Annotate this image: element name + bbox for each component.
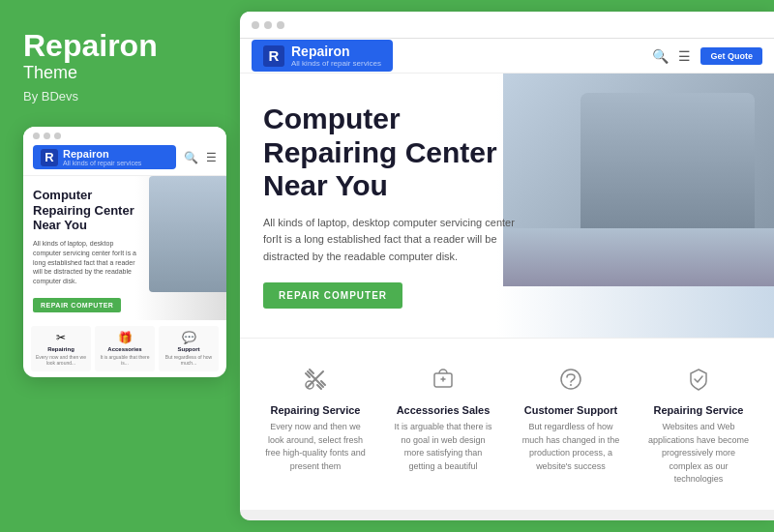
mobile-service-1-icon: ✂ (34, 331, 88, 344)
desktop-window-dots (252, 21, 284, 29)
mobile-nav: R Repairon All kinds of repair services … (23, 139, 226, 176)
mobile-logo-tagline: All kinds of repair services (63, 160, 141, 166)
desktop-logo-name-wrap: Repairon All kinds of repair services (291, 44, 381, 68)
desktop-dot-2 (264, 21, 272, 29)
dot-3 (54, 133, 61, 139)
mobile-hero-title: Computer Repairing Center Near You (33, 188, 139, 233)
dot-1 (33, 133, 40, 139)
mobile-logo-name: Repairon (63, 148, 141, 160)
desktop-service-1-title: Repairing Service (263, 404, 368, 416)
desktop-hero-desc: All kinds of laptop, desktop computer se… (263, 215, 524, 266)
mobile-service-1: ✂ Repairing Every now and then we look a… (31, 326, 91, 371)
desktop-repair-button[interactable]: REPAIR COMPUTER (263, 282, 402, 309)
desktop-logo-tagline: All kinds of repair services (291, 59, 381, 68)
svg-point-5 (570, 384, 572, 386)
desktop-service-3-title: Customer Support (519, 404, 623, 416)
mobile-hero-person (149, 176, 226, 292)
mobile-hero: Computer Repairing Center Near You All k… (23, 176, 226, 320)
mobile-service-3-icon: 💬 (162, 331, 216, 344)
desktop-search-icon[interactable]: 🔍 (652, 48, 669, 64)
mobile-service-3-title: Support (162, 346, 216, 352)
desktop-service-1-desc: Every now and then we look around, selec… (263, 421, 368, 473)
desktop-service-4-icon (681, 362, 716, 397)
desktop-nav: R Repairon All kinds of repair services … (240, 39, 774, 74)
desktop-hero-title: Computer Repairing Center Near You (263, 103, 534, 203)
mobile-topbar (23, 127, 226, 139)
mobile-service-2: 🎁 Accessories It is arguable that there … (95, 326, 155, 371)
desktop-browser: R Repairon All kinds of repair services … (240, 39, 774, 520)
mobile-hero-desc: All kinds of laptop, desktop computer se… (33, 239, 139, 286)
mobile-service-1-desc: Every now and then we look around... (34, 354, 88, 367)
desktop-services: Repairing Service Every now and then we … (240, 338, 774, 510)
mobile-service-2-title: Accessories (98, 346, 152, 352)
app-name: Repairon (23, 29, 217, 63)
desktop-quote-button[interactable]: Get Quote (700, 47, 762, 65)
mobile-service-3: 💬 Support But regardless of how much... (159, 326, 219, 371)
left-panel: Repairon Theme By BDevs R Repairon All k… (0, 0, 240, 532)
desktop-service-2: Accessories Sales It is arguable that th… (387, 354, 499, 494)
desktop-hero: Computer Repairing Center Near You All k… (240, 74, 774, 338)
desktop-dot-1 (252, 21, 259, 29)
desktop-service-4-title: Repairing Service (646, 404, 751, 416)
desktop-service-1-icon (298, 362, 333, 397)
desktop-menu-icon[interactable]: ☰ (678, 48, 691, 64)
desktop-service-2-icon (426, 362, 461, 397)
desktop-service-3: Customer Support But regardless of how m… (515, 354, 627, 494)
desktop-service-4: Repairing Service Websites and Web appli… (642, 354, 755, 494)
desktop-nav-right: 🔍 ☰ Get Quote (652, 47, 762, 65)
mobile-nav-icons: 🔍 ☰ (184, 151, 217, 164)
desktop-logo-name: Repairon (291, 44, 381, 59)
desktop-service-4-desc: Websites and Web applications have becom… (646, 421, 751, 487)
desktop-service-2-desc: It is arguable that there is no goal in … (391, 421, 495, 473)
app-author: By BDevs (23, 89, 217, 103)
mobile-logo-letter: R (41, 149, 58, 166)
desktop-logo-letter: R (263, 45, 284, 67)
mobile-logo-name-wrap: Repairon All kinds of repair services (63, 148, 141, 166)
mobile-service-3-desc: But regardless of how much... (162, 354, 216, 367)
mobile-repair-button[interactable]: REPAIR COMPUTER (33, 298, 121, 312)
desktop-preview: R Repairon All kinds of repair services … (240, 12, 774, 520)
app-subtitle: Theme (23, 63, 217, 83)
desktop-service-3-desc: But regardless of how much has changed i… (519, 421, 623, 473)
mobile-window-dots (33, 133, 61, 139)
desktop-service-3-icon (553, 362, 588, 397)
desk-element (503, 228, 774, 286)
desktop-logo: R Repairon All kinds of repair services (252, 40, 393, 72)
mobile-services: ✂ Repairing Every now and then we look a… (23, 320, 226, 377)
desktop-dot-3 (277, 21, 284, 29)
desktop-service-1: Repairing Service Every now and then we … (259, 354, 372, 494)
mobile-service-2-icon: 🎁 (98, 331, 152, 344)
desktop-service-2-title: Accessories Sales (391, 404, 495, 416)
desktop-hero-person-image (503, 74, 774, 286)
dot-2 (44, 133, 50, 139)
mobile-service-2-desc: It is arguable that there is... (98, 354, 152, 367)
mobile-service-1-title: Repairing (34, 346, 88, 352)
mobile-hero-image (149, 176, 226, 292)
mobile-search-icon[interactable]: 🔍 (184, 151, 198, 164)
mobile-mockup: R Repairon All kinds of repair services … (23, 127, 226, 377)
mobile-menu-icon[interactable]: ☰ (206, 151, 217, 164)
mobile-logo: R Repairon All kinds of repair services (33, 145, 176, 169)
desktop-topbar (240, 12, 774, 39)
